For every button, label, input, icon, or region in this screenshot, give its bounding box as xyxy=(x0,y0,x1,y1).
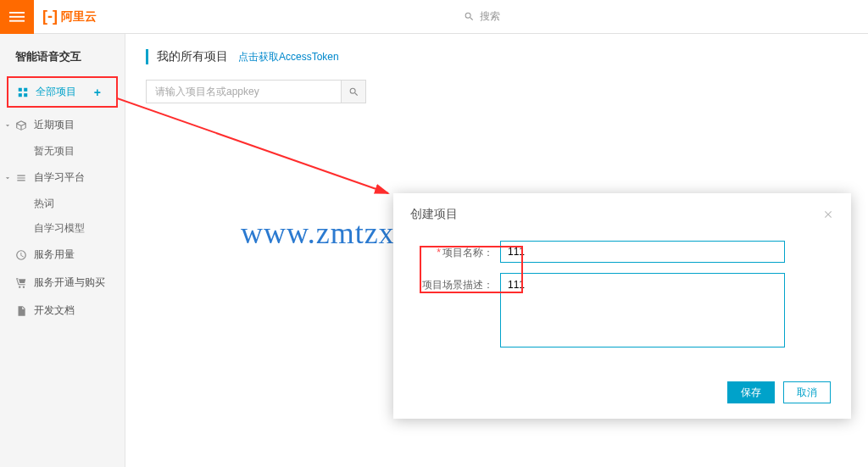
search-icon xyxy=(348,86,359,97)
save-button[interactable]: 保存 xyxy=(727,381,775,403)
project-search-input[interactable] xyxy=(146,80,341,103)
form-row-scene: 项目场景描述： xyxy=(422,273,822,351)
svg-rect-2 xyxy=(9,19,25,21)
form-label-name: *项目名称： xyxy=(422,241,500,260)
close-icon[interactable] xyxy=(822,208,834,220)
clock-icon xyxy=(15,249,27,261)
chevron-down-icon xyxy=(3,121,12,130)
modal-body: *项目名称： 项目场景描述： xyxy=(393,232,851,373)
create-project-modal: 创建项目 *项目名称： 项目场景描述： 保存 取消 xyxy=(393,193,851,419)
project-name-input[interactable] xyxy=(500,241,785,263)
sidebar-sub-self-model[interactable]: 自学习模型 xyxy=(0,216,125,241)
form-row-name: *项目名称： xyxy=(422,241,822,263)
logo[interactable]: [-] 阿里云 xyxy=(42,8,97,25)
required-mark: * xyxy=(437,247,441,259)
sidebar: 智能语音交互 全部项目 + 近期项目 暂无项目 自学习平台 热词 自学习模型 服… xyxy=(0,34,125,467)
sidebar-sub-hotword[interactable]: 热词 xyxy=(0,192,125,216)
svg-rect-4 xyxy=(24,87,27,91)
modal-title: 创建项目 xyxy=(410,207,458,222)
svg-rect-1 xyxy=(9,15,25,17)
logo-text: 阿里云 xyxy=(61,9,97,25)
layers-icon xyxy=(15,172,27,184)
modal-header: 创建项目 xyxy=(393,193,851,232)
project-search xyxy=(146,80,848,103)
menu-icon xyxy=(9,9,25,25)
page-title: 我的所有项目 xyxy=(157,49,228,64)
header-search[interactable]: 搜索 xyxy=(464,9,500,24)
page-header: 我的所有项目 点击获取AccessToken xyxy=(146,49,848,64)
sidebar-item-label: 开发文档 xyxy=(34,303,75,318)
sidebar-item-docs[interactable]: 开发文档 xyxy=(0,297,125,325)
sidebar-item-all-projects[interactable]: 全部项目 + xyxy=(8,78,116,106)
menu-button[interactable] xyxy=(0,0,34,34)
project-scene-input[interactable] xyxy=(500,273,785,347)
sidebar-title: 智能语音交互 xyxy=(0,49,125,76)
svg-rect-0 xyxy=(9,12,25,14)
chevron-down-icon xyxy=(3,174,12,182)
grid-icon xyxy=(17,86,29,98)
sidebar-item-self-learn[interactable]: 自学习平台 xyxy=(0,164,125,192)
modal-footer: 保存 取消 xyxy=(393,373,851,419)
sidebar-item-label: 服务用量 xyxy=(34,247,75,262)
sidebar-sub-recent-empty: 暂无项目 xyxy=(0,139,125,164)
sidebar-item-label: 近期项目 xyxy=(34,118,75,132)
cancel-button[interactable]: 取消 xyxy=(783,381,831,403)
cart-icon xyxy=(15,277,27,289)
add-project-icon[interactable]: + xyxy=(94,86,101,99)
logo-mark-icon: [-] xyxy=(42,8,58,25)
cube-icon xyxy=(15,120,27,131)
sidebar-item-activate[interactable]: 服务开通与购买 xyxy=(0,269,125,297)
get-token-link[interactable]: 点击获取AccessToken xyxy=(238,50,339,64)
header-search-area: 搜索 xyxy=(97,9,868,24)
annotation-highlight-sidebar: 全部项目 + xyxy=(7,76,118,108)
sidebar-item-label: 服务开通与购买 xyxy=(34,275,105,290)
search-placeholder: 搜索 xyxy=(480,9,500,24)
sidebar-item-recent-projects[interactable]: 近期项目 xyxy=(0,111,125,139)
sidebar-item-usage[interactable]: 服务用量 xyxy=(0,241,125,269)
doc-icon xyxy=(15,305,27,317)
top-header: [-] 阿里云 搜索 xyxy=(0,0,868,34)
sidebar-item-label: 自学习平台 xyxy=(34,170,85,185)
form-label-scene: 项目场景描述： xyxy=(422,273,500,292)
svg-rect-5 xyxy=(19,93,22,97)
project-search-button[interactable] xyxy=(341,80,366,103)
sidebar-item-label: 全部项目 xyxy=(36,85,76,99)
svg-rect-3 xyxy=(19,87,22,91)
svg-rect-6 xyxy=(24,93,27,97)
search-icon xyxy=(464,11,475,22)
